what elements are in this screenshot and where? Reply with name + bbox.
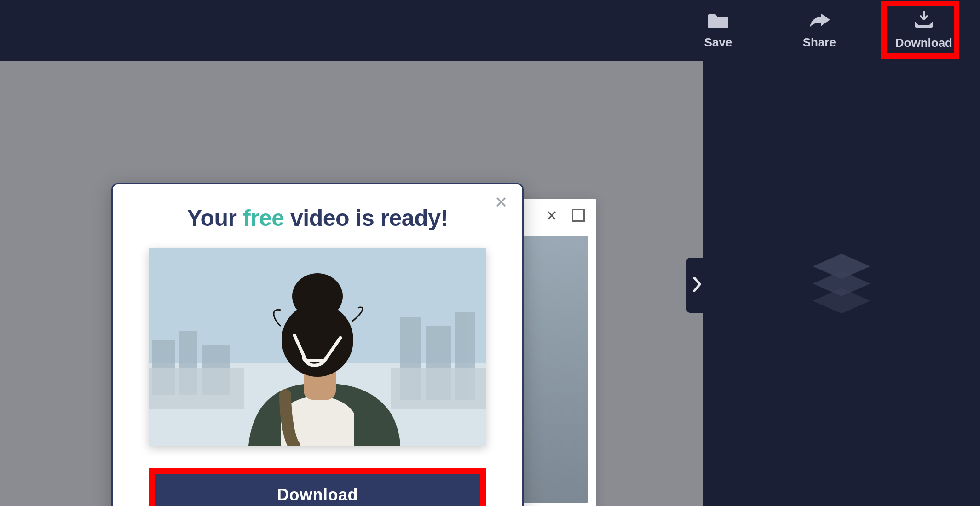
chevron-right-icon (692, 277, 702, 293)
download-ready-modal: × Your free video is ready! (111, 183, 524, 506)
share-label: Share (803, 35, 836, 50)
modal-title-pre: Your (187, 205, 243, 231)
download-tray-icon (913, 11, 935, 31)
download-label: Download (895, 36, 952, 50)
svg-marker-16 (813, 288, 870, 314)
subwindow-maximize-icon[interactable] (572, 209, 585, 222)
svg-point-13 (292, 273, 343, 319)
modal-title-emph: free (243, 205, 284, 231)
modal-close-button[interactable]: × (492, 193, 510, 211)
panel-collapse-toggle[interactable] (686, 258, 708, 313)
modal-download-button[interactable]: Download (155, 474, 480, 506)
right-side-panel (703, 61, 980, 506)
canvas-area: × × Your free video is ready! (0, 61, 703, 506)
layers-icon[interactable] (807, 248, 876, 319)
svg-rect-8 (149, 368, 244, 409)
top-toolbar: Save Share Download (0, 0, 980, 61)
modal-title: Your free video is ready! (149, 205, 486, 231)
download-button[interactable]: Download (895, 7, 952, 53)
save-button[interactable]: Save (693, 7, 744, 53)
folder-icon (707, 12, 729, 31)
share-button[interactable]: Share (794, 7, 845, 53)
modal-title-post: video is ready! (284, 205, 448, 231)
modal-download-button-container: Download (149, 468, 486, 506)
subwindow-close-icon[interactable]: × (543, 207, 560, 224)
share-arrow-icon (808, 12, 831, 31)
svg-rect-9 (391, 368, 486, 409)
modal-video-thumbnail (149, 248, 486, 446)
save-label: Save (704, 35, 732, 50)
